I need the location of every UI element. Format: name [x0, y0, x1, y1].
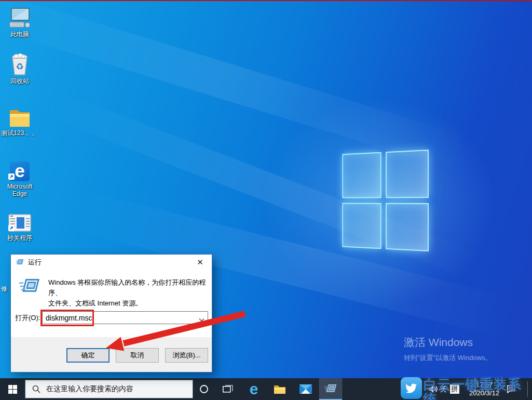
start-button[interactable]: [0, 378, 25, 400]
action-center-button[interactable]: [502, 378, 520, 400]
recycle-bin-icon: ♻: [0, 52, 39, 76]
run-dialog-title: 运行: [28, 258, 42, 267]
icon-label: 此电脑: [0, 31, 39, 38]
taskbar-edge-button[interactable]: e: [242, 378, 266, 400]
folder-icon: [0, 104, 39, 128]
cancel-button[interactable]: 取消: [116, 348, 159, 363]
activation-subtitle: 转到"设置"以激活 Windows。: [404, 353, 492, 363]
run-command-input[interactable]: diskmgmt.msc: [42, 311, 208, 324]
task-view-button[interactable]: [216, 378, 240, 400]
taskbar-mail-button[interactable]: [294, 378, 318, 400]
this-pc-icon: [0, 5, 39, 29]
run-dialog-icon: [16, 259, 24, 266]
speaker-icon: [428, 385, 438, 393]
cortana-icon: [199, 384, 209, 394]
windows-logo-pane: [386, 203, 429, 251]
windows-logo-pane: [342, 152, 381, 198]
run-dialog-description: Windows 将根据你所输入的名称，为你打开相应的程序、 文件夹、文档或 In…: [18, 276, 212, 309]
icon-label: 测试123.。。: [0, 129, 39, 137]
ok-button[interactable]: 确定: [66, 348, 110, 363]
taskbar-explorer-button[interactable]: [268, 378, 292, 400]
run-dialog-titlebar[interactable]: 运行: [11, 255, 212, 270]
chevron-down-icon[interactable]: [199, 315, 204, 324]
windows-logo-pane: [386, 150, 429, 198]
run-icon: [18, 276, 41, 297]
cortana-button[interactable]: [193, 378, 215, 400]
description-line2: 文件夹、文档或 Internet 资源。: [48, 298, 212, 309]
search-placeholder: 在这里输入你要搜索的内容: [46, 384, 133, 394]
edge-icon: e: [0, 157, 39, 181]
ime-mode-indicator[interactable]: 拼: [449, 378, 460, 400]
windows-start-icon: [8, 385, 17, 394]
text-caret: [92, 314, 93, 322]
mail-icon: [299, 384, 312, 394]
browse-button[interactable]: 浏览(B)...: [165, 348, 208, 363]
run-icon: [324, 383, 337, 395]
tray-clock-time[interactable]: 17:57: [465, 381, 503, 389]
desktop-icon-microsoft-edge[interactable]: e Microsoft Edge: [0, 157, 39, 197]
search-icon: [32, 385, 40, 393]
ime-language-indicator[interactable]: 英: [439, 378, 448, 400]
windows-logo-pane: [342, 203, 381, 249]
edge-icon: e: [250, 380, 258, 398]
description-line1: Windows 将根据你所输入的名称，为你打开相应的程序、: [48, 277, 212, 298]
icon-label: Microsoft Edge: [0, 183, 39, 197]
desktop-icon-this-pc[interactable]: 此电脑: [0, 5, 39, 38]
action-center-icon: [507, 385, 516, 393]
svg-text:♻: ♻: [16, 62, 23, 72]
volume-button[interactable]: [427, 378, 439, 400]
taskbar-search-input[interactable]: 在这里输入你要搜索的内容: [25, 380, 193, 398]
shortcut-arrow-icon: [8, 172, 15, 182]
tray-clock-date[interactable]: 2020/3/12: [465, 389, 503, 397]
top-red-border: [0, 0, 532, 1]
program-window-icon: [0, 209, 39, 233]
show-desktop-separator[interactable]: [527, 381, 528, 397]
activation-watermark: 激活 Windows 转到"设置"以激活 Windows。: [404, 335, 492, 363]
icon-label: 回收站: [0, 77, 39, 85]
desktop-icon-recycle-bin[interactable]: ♻ 回收站: [0, 52, 39, 85]
close-icon[interactable]: ✕: [188, 255, 212, 270]
desktop-icon-test-folder[interactable]: 测试123.。。: [0, 104, 39, 137]
taskbar: 在这里输入你要搜索的内容 e: [0, 378, 532, 400]
shortcut-arrow-icon: [8, 224, 15, 233]
activation-title: 激活 Windows: [404, 335, 492, 350]
windows-desktop: 此电脑 ♻ 回收站 测试123.。。 e: [0, 0, 532, 400]
file-explorer-icon: [274, 384, 286, 394]
windows-logo-wallpaper: [342, 150, 429, 251]
open-label: 打开(O):: [15, 313, 42, 323]
task-view-icon: [223, 385, 233, 393]
icon-label: 秒关程序: [0, 234, 39, 242]
desktop-icon-partially-hidden[interactable]: 修: [1, 285, 7, 294]
taskbar-run-button-active[interactable]: [319, 378, 343, 400]
run-dialog: 运行 ✕ Windows 将根据你所输入的名称，为你打开相应的程序、 文件夹、文…: [10, 254, 212, 372]
run-command-value: diskmgmt.msc: [46, 314, 92, 322]
desktop-icon-miaoguan[interactable]: 秒关程序: [0, 209, 39, 242]
